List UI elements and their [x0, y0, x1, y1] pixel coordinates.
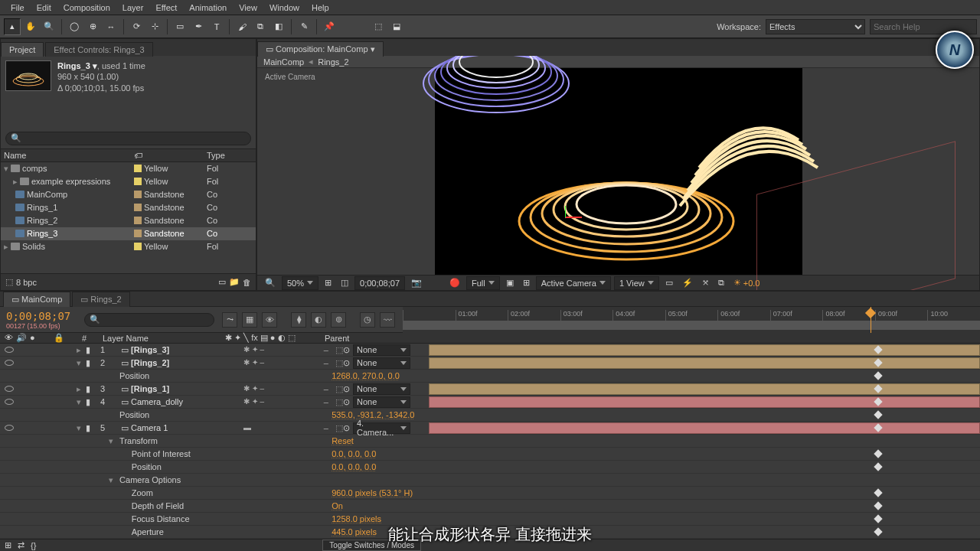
parent-select[interactable]: None [353, 396, 410, 408]
graph-editor-icon[interactable]: 〰 [380, 312, 395, 328]
delete-icon[interactable]: 🗑 [243, 278, 251, 287]
project-row[interactable]: MainComp Sandstone Co [1, 188, 256, 201]
rotate-tool[interactable]: ⟳ [128, 18, 145, 35]
property-row[interactable]: Point of Interest 0.0, 0.0, 0.0 [0, 448, 980, 461]
track-z-tool[interactable]: ↔ [103, 18, 119, 35]
label-swatch[interactable] [134, 217, 142, 224]
puppet-tool[interactable]: 📌 [321, 18, 338, 35]
eraser-tool[interactable]: ◧ [270, 18, 287, 35]
property-row[interactable]: ▾ Transform Reset [0, 435, 980, 448]
canvas[interactable] [435, 68, 802, 275]
time-ruler[interactable]: 01:00f02:00f03:00f04:00f05:00f06:00f07:0… [403, 307, 980, 333]
clone-tool[interactable]: ⧉ [252, 18, 269, 35]
preview-time[interactable]: 0;00;08;07 [354, 276, 405, 290]
current-time-indicator[interactable] [871, 307, 871, 333]
composition-tab[interactable]: ▭ Composition: MainComp ▾ [257, 41, 384, 57]
timeline-tab-maincomp[interactable]: ▭ MainComp [3, 292, 70, 307]
interpret-icon[interactable]: ⬚ [5, 277, 13, 287]
bpc-toggle[interactable]: 8 bpc [16, 278, 37, 287]
brainstorm-icon[interactable]: ⊚ [331, 312, 346, 328]
project-row[interactable]: ▾comps Yellow Fol [1, 162, 256, 175]
label-swatch[interactable] [134, 230, 142, 237]
parent-select[interactable]: None [353, 357, 410, 369]
layer-row[interactable]: ▸ ▮ 3 ▭ [Rings_1] ✱ ✦ –– ⬚ ⊙ None [0, 383, 980, 396]
draft3d-icon[interactable]: ▦ [242, 312, 257, 328]
menu-animation[interactable]: Animation [183, 3, 233, 12]
property-value[interactable]: On [332, 501, 343, 510]
project-search[interactable]: 🔍 [5, 132, 251, 145]
zoom-tool[interactable]: 🔍 [41, 18, 57, 35]
axis-gizmo[interactable] [565, 206, 588, 229]
breadcrumb-maincomp[interactable]: MainComp [263, 57, 304, 67]
project-col-type[interactable]: Type [207, 151, 245, 160]
brush-tool[interactable]: 🖌 [234, 18, 250, 35]
resolution-select[interactable]: Full [466, 276, 500, 290]
roto-tool[interactable]: ✎ [296, 18, 312, 35]
project-row[interactable]: ▸Solids Yellow Fol [1, 240, 256, 253]
comp-mini-flowchart-icon[interactable]: ⤳ [222, 312, 237, 328]
workspace-select[interactable]: Effects [766, 19, 865, 34]
layer-row[interactable]: ▾ ▮ 4 ▭ Camera_dolly ✱ ✦ –– ⬚ ⊙ None [0, 396, 980, 409]
menu-file[interactable]: File [5, 3, 31, 12]
hand-tool[interactable]: ✋ [22, 18, 39, 35]
property-row[interactable]: ▾ Camera Options [0, 474, 980, 487]
project-col-label-icon[interactable]: 🏷 [134, 151, 207, 160]
menu-edit[interactable]: Edit [31, 3, 57, 12]
property-value[interactable]: 960.0 pixels (53.1° H) [332, 488, 413, 497]
layer-row[interactable]: ▾ ▮ 5 ▭ Camera 1 ▬– ⬚ ⊙ 4. Camera... [0, 422, 980, 435]
label-swatch[interactable] [134, 165, 142, 172]
auto-keyframe-icon[interactable]: ◷ [360, 312, 375, 328]
label-swatch[interactable] [134, 178, 142, 185]
property-row[interactable]: Zoom 960.0 pixels (53.1° H) [0, 487, 980, 500]
menu-composition[interactable]: Composition [57, 3, 116, 12]
motion-blur-icon[interactable]: ◐ [311, 312, 326, 328]
parent-select[interactable]: None [353, 383, 410, 395]
grid-icon[interactable]: ⊞ [322, 278, 335, 288]
frame-blend-icon[interactable]: ⧫ [291, 312, 306, 328]
property-row[interactable]: Position 535.0, -931.2, -1342.0 [0, 409, 980, 422]
breadcrumb-rings2[interactable]: Rings_2 [318, 57, 348, 67]
timeline-tab-rings2[interactable]: ▭ Rings_2 [72, 292, 129, 307]
type-tool[interactable]: T [208, 18, 225, 35]
menu-view[interactable]: View [233, 3, 263, 12]
shy-icon[interactable]: 👁 [262, 312, 277, 328]
pen-tool[interactable]: ✒ [190, 18, 207, 35]
track-xy-tool[interactable]: ⊕ [84, 18, 101, 35]
menu-help[interactable]: Help [305, 3, 335, 12]
effect-controls-tab[interactable]: Effect Controls: Rings_3 [45, 42, 152, 57]
rect-tool[interactable]: ▭ [172, 18, 188, 35]
property-value[interactable]: 0.0, 0.0, 0.0 [332, 449, 376, 458]
timeline-search[interactable]: 🔍 [84, 313, 214, 327]
snapshot-icon[interactable]: 📷 [408, 278, 425, 288]
orbit-tool[interactable]: ◯ [66, 18, 83, 35]
mask-icon[interactable]: ◫ [338, 278, 351, 288]
axis-world-icon[interactable]: ⬓ [388, 18, 405, 35]
label-swatch[interactable] [134, 243, 142, 250]
eye-icon[interactable] [5, 399, 14, 405]
axis-local-icon[interactable]: ⬚ [370, 18, 387, 35]
project-row[interactable]: ▸example expressions Yellow Fol [1, 175, 256, 188]
zoom-select[interactable]: 50% [282, 276, 318, 290]
project-row[interactable]: Rings_3 Sandstone Co [1, 227, 256, 240]
menu-layer[interactable]: Layer [116, 3, 150, 12]
label-swatch[interactable] [134, 191, 142, 198]
property-row[interactable]: Position 0.0, 0.0, 0.0 [0, 461, 980, 474]
property-row[interactable]: Position 1268.0, 270.0, 0.0 [0, 370, 980, 383]
layer-row[interactable]: ▾ ▮ 2 ▭ [Rings_2] ✱ ✦ –– ⬚ ⊙ None [0, 357, 980, 370]
project-row[interactable]: Rings_2 Sandstone Co [1, 214, 256, 227]
viewport[interactable]: Active Camera [257, 68, 979, 275]
channel-icon[interactable]: 🔴 [446, 278, 463, 288]
eye-icon[interactable] [5, 360, 14, 366]
new-folder-icon[interactable]: 📁 [229, 277, 240, 287]
property-value[interactable]: 1258.0 pixels [332, 514, 381, 523]
parent-select[interactable]: None [353, 344, 410, 356]
property-value[interactable]: Reset [332, 436, 354, 445]
eye-icon[interactable] [5, 425, 14, 431]
new-comp-icon[interactable]: ▭ [218, 277, 226, 287]
eye-icon[interactable] [5, 347, 14, 353]
project-col-name[interactable]: Name [4, 151, 134, 160]
anchor-tool[interactable]: ⊹ [146, 18, 163, 35]
parent-select[interactable]: 4. Camera... [353, 422, 410, 434]
project-tab[interactable]: Project [1, 42, 44, 57]
property-row[interactable]: Depth of Field On [0, 500, 980, 513]
